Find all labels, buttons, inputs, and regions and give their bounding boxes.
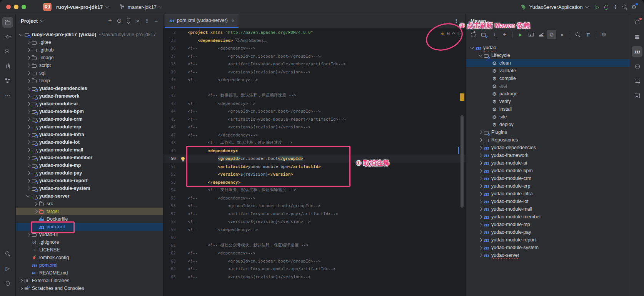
tree-item-yudao-module-system[interactable]: yudao-module-system [466, 244, 630, 251]
tree-item-site[interactable]: site [466, 113, 630, 121]
code-area[interactable]: 2<project xmlns="http://maven.apache.org… [163, 28, 465, 296]
project-panel-title[interactable]: Project [21, 18, 38, 24]
code-line-49[interactable]: 49 <dependency> [163, 147, 465, 155]
run-outline-button[interactable] [2, 263, 13, 274]
tree-item-ruoyi-vue-pro-jdk17[interactable]: ruoyi-vue-pro-jdk17[yudao]~/Java/ruoyi-v… [15, 31, 163, 38]
tree-item-install[interactable]: install [466, 105, 630, 113]
code-line-23[interactable]: 23 <dependencies>Add Starters... [163, 37, 465, 45]
chevron-right-icon[interactable] [478, 207, 482, 211]
chevron-down-icon[interactable] [478, 53, 482, 57]
code-line-36[interactable]: 36<!-- <dependency>--> [163, 44, 465, 52]
code-line-65[interactable]: 65<!-- <version>${revision}</version>--> [163, 273, 465, 281]
chevron-right-icon[interactable] [26, 163, 30, 167]
tree-item-temp[interactable]: temp [15, 77, 163, 85]
chevron-right-icon[interactable] [26, 133, 30, 136]
project-switcher[interactable]: ruoyi-vue-pro-jdk17 [56, 4, 108, 10]
tree-item-license[interactable]: LICENSE [15, 246, 163, 254]
code-line-41[interactable]: 41 [163, 84, 465, 92]
tree-item-script[interactable]: script [15, 62, 163, 69]
search-button[interactable] [2, 248, 13, 259]
code-line-62[interactable]: 62<!-- <dependency>--> [163, 249, 465, 257]
code-line-48[interactable]: 48 <!-- 工作流。默认注释，保证编译速度 --> [163, 139, 465, 147]
tree-item-repositories[interactable]: Repositories [466, 136, 630, 144]
tree-item-package[interactable]: package [466, 90, 630, 98]
tree-item-gitee[interactable]: .gitee [15, 38, 163, 46]
tree-item-clean[interactable]: clean [466, 59, 630, 67]
chevron-right-icon[interactable] [478, 153, 482, 157]
tree-item-gitignore[interactable]: .gitignore [15, 238, 163, 246]
tree-item-target[interactable]: target [15, 208, 163, 215]
code-line-58[interactable]: 58<!-- <version>${revision}</version>--> [163, 218, 465, 226]
run-button[interactable] [516, 30, 525, 39]
chevron-right-icon[interactable] [26, 117, 30, 121]
chevron-right-icon[interactable] [26, 186, 30, 190]
code-line-37[interactable]: 37<!-- <groupId>cn.iocoder.boot</groupId… [163, 52, 465, 60]
tree-item-yudao-module-bpm[interactable]: yudao-module-bpm [15, 108, 163, 115]
chevron-right-icon[interactable] [26, 79, 30, 82]
close-tab-icon[interactable]: × [232, 18, 235, 23]
tree-item-yudao-module-ai[interactable]: yudao-module-ai [15, 100, 163, 108]
tree-item-image[interactable]: .image [15, 54, 163, 62]
zoom-window-button[interactable] [22, 5, 26, 9]
chevron-right-icon[interactable] [478, 238, 482, 241]
options-button[interactable] [142, 16, 152, 25]
chevron-right-icon[interactable] [19, 286, 22, 290]
editor-scrollbar[interactable] [460, 115, 464, 208]
chevron-right-icon[interactable] [33, 202, 37, 205]
code-line-38[interactable]: 38<!-- <artifactId>yudao-module-member</… [163, 60, 465, 68]
branch-switcher[interactable]: master-jdk17 [119, 4, 162, 10]
tree-item-yudao-framework[interactable]: yudao-framework [15, 92, 163, 100]
tree-item-yudao-module-member[interactable]: yudao-module-member [15, 154, 163, 161]
chevron-right-icon[interactable] [26, 94, 30, 98]
refresh-button[interactable] [469, 30, 478, 39]
inlay-hint[interactable]: Add Starters... [240, 38, 267, 43]
code-line-56[interactable]: 56<!-- <groupId>cn.iocoder.boot</groupId… [163, 202, 465, 210]
chevron-right-icon[interactable] [478, 146, 482, 149]
tree-item-yudao-module-report[interactable]: yudao-module-report [15, 177, 163, 185]
ai-button[interactable] [632, 61, 642, 72]
plus-button[interactable] [500, 30, 509, 39]
code-line-43[interactable]: 43<!-- <dependency>--> [163, 100, 465, 108]
chevron-right-icon[interactable] [19, 279, 22, 282]
code-line-40[interactable]: 40<!-- </dependency>--> [163, 76, 465, 84]
tree-item-deploy[interactable]: deploy [466, 121, 630, 128]
settings-button[interactable] [629, 2, 639, 12]
tree-item-yudao-module-crm[interactable]: yudao-module-crm [466, 175, 630, 182]
project-button[interactable] [2, 17, 13, 28]
chevron-right-icon[interactable] [478, 200, 482, 203]
chevron-right-icon[interactable] [478, 176, 482, 180]
chevron-right-icon[interactable] [478, 161, 482, 165]
tree-item-test[interactable]: test [466, 82, 630, 90]
tree-item-yudao-module-bpm[interactable]: yudao-module-bpm [466, 167, 630, 175]
run-outline-button[interactable] [592, 2, 602, 12]
tree-item-pom-xml[interactable]: pom.xml [15, 223, 163, 231]
intention-bulb-icon[interactable] [181, 157, 185, 160]
chevron-right-icon[interactable] [33, 210, 37, 213]
more-button[interactable] [2, 90, 13, 101]
tree-item-sql[interactable]: sql [15, 69, 163, 77]
users-button[interactable] [2, 46, 13, 57]
pull-request-button[interactable] [2, 61, 13, 72]
tree-item-yudao-dependencies[interactable]: yudao-dependencies [466, 144, 630, 151]
database-button[interactable] [632, 32, 642, 42]
search-button[interactable] [620, 2, 629, 12]
collapse-all-button[interactable] [133, 16, 142, 25]
previous-problem-icon[interactable] [452, 32, 455, 36]
chevron-right-icon[interactable] [478, 215, 482, 218]
chevron-right-icon[interactable] [26, 179, 30, 182]
project-avatar[interactable]: RJ [43, 3, 52, 11]
options-button[interactable] [611, 2, 620, 12]
tree-item-dockerfile[interactable]: Dockerfile [15, 215, 163, 223]
chevron-right-icon[interactable] [478, 223, 482, 226]
tree-item-yudao-ui[interactable]: yudao-ui [15, 231, 163, 238]
tree-item-yudao-module-mp[interactable]: yudao-module-mp [466, 221, 630, 228]
tree-item-scratches-and-consoles[interactable]: Scratches and Consoles [15, 284, 163, 292]
tree-item-src[interactable]: src [15, 200, 163, 208]
chevron-right-icon[interactable] [478, 169, 482, 172]
code-line-39[interactable]: 39<!-- <version>${revision}</version>--> [163, 68, 465, 76]
tree-item-yudao-module-ai[interactable]: yudao-module-ai [466, 159, 630, 167]
commit-button[interactable] [2, 32, 13, 42]
chevron-right-icon[interactable] [26, 156, 30, 159]
code-line-2[interactable]: 2<project xmlns="http://maven.apache.org… [163, 28, 465, 37]
skip-tests-button[interactable] [547, 30, 556, 39]
